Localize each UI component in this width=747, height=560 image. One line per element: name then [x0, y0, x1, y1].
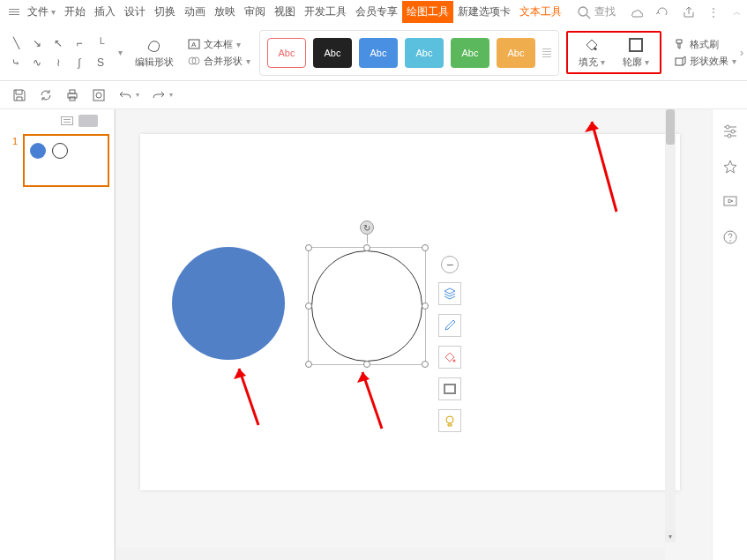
cloud-sync-icon[interactable] — [629, 5, 643, 19]
resize-handle-bl[interactable] — [305, 361, 312, 368]
svg-line-16 — [239, 369, 258, 425]
style-swatch-5[interactable]: Abc — [451, 38, 489, 68]
outline-view-icon[interactable] — [61, 116, 73, 125]
menu-file[interactable]: 文件 ▾ — [23, 1, 60, 23]
undo-cloud-icon[interactable] — [655, 5, 669, 19]
float-bucket-button[interactable] — [438, 346, 461, 369]
float-bulb-button[interactable] — [438, 409, 461, 432]
fill-outline-highlight: 填充 ▾ 轮廓 ▾ — [566, 31, 661, 74]
shape-effects-button[interactable]: 形状效果 ▾ — [672, 54, 738, 69]
menu-text-tools[interactable]: 文本工具 — [515, 1, 566, 23]
style-swatch-4[interactable]: Abc — [405, 38, 444, 68]
line-tool-6[interactable]: ⤷ — [5, 53, 26, 72]
scrollbar-thumb[interactable] — [666, 109, 675, 145]
horizontal-scrollbar[interactable] — [116, 548, 665, 560]
sync-icon[interactable] — [39, 88, 53, 102]
resize-handle-tm[interactable] — [363, 244, 370, 251]
svg-point-22 — [726, 125, 729, 129]
menu-view[interactable]: 视图 — [270, 1, 300, 23]
print-preview-icon[interactable] — [92, 88, 106, 102]
line-tool-3[interactable]: ↖ — [48, 34, 69, 53]
resize-handle-tr[interactable] — [422, 244, 429, 251]
collapse-ribbon-icon[interactable]: ︿ — [733, 6, 742, 19]
print-icon[interactable] — [65, 88, 79, 102]
rail-help-icon[interactable] — [722, 229, 738, 245]
style-swatch-2[interactable]: Abc — [313, 38, 352, 68]
svg-rect-9 — [70, 90, 75, 93]
lines-palette[interactable]: ╲ ↘ ↖ ⌐ └ ⤷ ∿ ≀ ∫ S — [5, 34, 111, 72]
save-icon[interactable] — [12, 88, 26, 102]
menu-transition[interactable]: 切换 — [150, 1, 180, 23]
menu-review[interactable]: 审阅 — [240, 1, 270, 23]
resize-handle-br[interactable] — [422, 361, 429, 368]
line-tool-5[interactable]: └ — [90, 34, 111, 53]
style-swatch-6[interactable]: Abc — [497, 38, 535, 68]
menu-insert[interactable]: 插入 — [90, 1, 120, 23]
menu-drawing-tools[interactable]: 绘图工具 — [402, 1, 453, 23]
merge-shapes-button[interactable]: 合并形状 ▾ — [186, 54, 252, 69]
svg-point-0 — [579, 7, 587, 16]
resize-handle-ml[interactable] — [305, 302, 312, 310]
slide-thumbnail-1[interactable]: 1 — [23, 134, 109, 187]
format-painter-icon — [674, 38, 686, 50]
more-icon[interactable]: ⋮ — [708, 6, 721, 19]
scrollbar-down-icon[interactable]: ▾ — [665, 530, 676, 542]
redo-icon[interactable] — [152, 88, 166, 102]
thumbnail-panel: 1 — [5, 109, 115, 560]
canvas-area[interactable]: ↻ − — [115, 109, 712, 560]
undo-icon[interactable] — [118, 88, 132, 102]
menu-slideshow[interactable]: 放映 — [210, 1, 240, 23]
gallery-more-icon[interactable] — [542, 49, 551, 57]
resize-handle-mr[interactable] — [422, 302, 429, 310]
float-minus-button[interactable]: − — [441, 256, 459, 273]
shape-blue-circle[interactable] — [172, 247, 285, 360]
float-pencil-button[interactable] — [438, 314, 461, 337]
line-tool-10[interactable]: S — [90, 53, 111, 72]
menu-new-tab[interactable]: 新建选项卡 — [453, 1, 515, 23]
float-layers-button[interactable] — [438, 282, 461, 305]
menu-member[interactable]: 会员专享 — [351, 1, 402, 23]
rail-present-icon[interactable] — [722, 194, 738, 210]
style-swatch-3[interactable]: Abc — [359, 38, 398, 68]
share-icon[interactable] — [682, 5, 696, 19]
undo-dropdown-icon[interactable]: ▾ — [136, 91, 139, 99]
outline-button[interactable]: 轮廓 ▾ — [617, 34, 654, 71]
line-tool-9[interactable]: ∫ — [69, 53, 90, 72]
fill-button[interactable]: 填充 ▾ — [573, 34, 610, 71]
style-swatch-1[interactable]: Abc — [267, 38, 306, 68]
redo-dropdown-icon[interactable]: ▾ — [169, 91, 173, 99]
svg-point-13 — [453, 360, 456, 362]
search-box[interactable]: 查找 — [577, 4, 616, 19]
resize-handle-tl[interactable] — [305, 244, 312, 251]
vertical-scrollbar[interactable]: ▾ — [665, 109, 676, 542]
app-menu-icon[interactable] — [5, 4, 23, 20]
edit-shape-button[interactable]: 编辑形状 — [130, 34, 179, 71]
menu-devtools[interactable]: 开发工具 — [300, 1, 351, 23]
ribbon-scroll-right-icon[interactable]: › — [740, 47, 743, 59]
textbox-button[interactable]: A 文本框 ▾ — [186, 37, 252, 52]
svg-text:A: A — [191, 41, 197, 49]
line-tool-1[interactable]: ╲ — [5, 34, 26, 53]
line-tool-7[interactable]: ∿ — [26, 53, 48, 72]
ribbon: ╲ ↘ ↖ ⌐ └ ⤷ ∿ ≀ ∫ S ▾ 编辑形状 A 文本框 ▾ 合并形状 … — [0, 25, 747, 81]
line-tool-2[interactable]: ↘ — [26, 34, 48, 53]
menu-design[interactable]: 设计 — [120, 1, 150, 23]
menu-start[interactable]: 开始 — [60, 1, 90, 23]
line-tool-8[interactable]: ≀ — [48, 53, 69, 72]
chevron-down-icon: ▾ — [642, 57, 649, 67]
rail-sliders-icon[interactable] — [722, 123, 738, 139]
rail-star-icon[interactable] — [722, 159, 738, 175]
rotate-handle[interactable]: ↻ — [360, 220, 374, 235]
chevron-down-icon: ▾ — [236, 40, 241, 49]
float-rect-button[interactable] — [438, 377, 461, 400]
chevron-down-icon: ▾ — [598, 57, 605, 67]
chevron-down-icon: ▾ — [246, 56, 250, 66]
selected-shape-container[interactable]: ↻ — [308, 247, 426, 365]
merge-shapes-icon — [188, 55, 200, 67]
format-painter-label: 格式刷 — [690, 38, 719, 51]
line-tool-4[interactable]: ⌐ — [69, 34, 90, 53]
format-painter-button[interactable]: 格式刷 — [672, 37, 738, 52]
menu-animation[interactable]: 动画 — [180, 1, 210, 23]
thumbnail-view-icon[interactable] — [78, 115, 98, 127]
lines-more-icon[interactable]: ▾ — [118, 48, 123, 57]
